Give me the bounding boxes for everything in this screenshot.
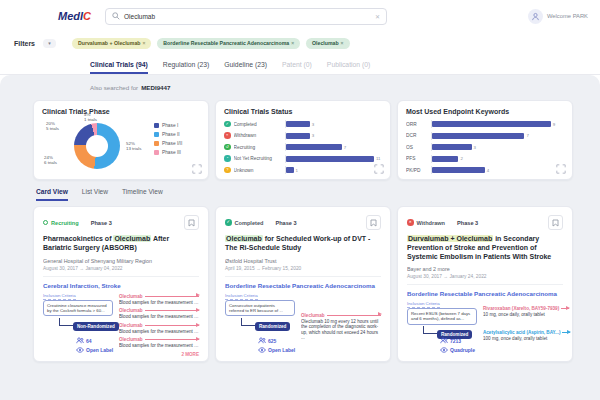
logo[interactable]: MedIC: [58, 10, 91, 22]
enrollment: 625: [258, 337, 276, 344]
tab-guideline[interactable]: Guideline (23): [224, 61, 267, 74]
phase-donut: [74, 123, 120, 169]
arms-list: Rivaroxaban (Xarelto, BAY59-7939)10 mg, …: [483, 301, 563, 353]
filter-chip[interactable]: Durvalumab + Oleclumab×: [72, 38, 151, 49]
donut-legend: Phase IPhase IIPhase I/IIPhase III: [154, 123, 182, 155]
trial-dates: April 19, 2015 → February 15, 2020: [225, 266, 381, 271]
bar-label: OS: [406, 145, 428, 150]
expand-icon[interactable]: [556, 164, 566, 174]
expand-icon[interactable]: [192, 164, 202, 174]
arm-label-row: Oleclumab: [119, 308, 199, 313]
search-input[interactable]: Oleclumab: [124, 13, 371, 20]
bookmark-icon: [552, 219, 559, 227]
filters-label: Filters: [14, 40, 35, 47]
arm-arrow-icon: [145, 310, 200, 311]
legend-item[interactable]: Phase II: [154, 132, 182, 137]
view-tab-timeline-view[interactable]: Timeline View: [122, 188, 163, 201]
masking: Open Label: [76, 347, 113, 353]
filter-chip[interactable]: Borderline Resectable Pancreatic Adenoca…: [157, 38, 300, 49]
filter-chip-label: Durvalumab + Oleclumab: [78, 40, 140, 46]
divider: [407, 284, 563, 285]
arm-text: Blood samples for the measurement of...: [119, 329, 199, 335]
check-icon: ✓: [224, 121, 231, 128]
trial-title[interactable]: Oleclumab for Scheduled Work-up of DVT -…: [225, 235, 381, 253]
tab-regulation[interactable]: Regulation (23): [163, 61, 209, 74]
masking-label: Open Label: [86, 347, 113, 353]
trial-cards-row: RecruitingPhase 3Pharmacokinetics of Ole…: [33, 206, 573, 362]
more-arms-link[interactable]: 2 MORE: [181, 352, 199, 357]
allocation-badge: Non-Randomized: [73, 322, 119, 331]
status-badge: ×Withdrawn: [407, 219, 445, 226]
trial-title[interactable]: Pharmacokinetics of Oleclumab After Bari…: [43, 235, 199, 253]
search-bar[interactable]: Oleclumab ✕: [105, 8, 387, 25]
status-badge: ✓Completed: [225, 219, 263, 226]
search-clear-icon[interactable]: ✕: [375, 13, 380, 20]
trial-card[interactable]: ✓CompletedPhase 3Oleclumab for Scheduled…: [215, 206, 391, 362]
legend-item[interactable]: Phase III: [154, 150, 182, 155]
tab-publication[interactable]: Publication (0): [327, 61, 370, 74]
chip-remove-icon[interactable]: ×: [341, 40, 344, 46]
trial-card[interactable]: RecruitingPhase 3Pharmacokinetics of Ole…: [33, 206, 209, 362]
chart-bar-row: DCR7: [406, 132, 564, 140]
x-icon: ×: [224, 132, 231, 139]
view-tab-card-view[interactable]: Card View: [36, 188, 68, 201]
chart-title: Clinical Trials Phase: [42, 108, 200, 115]
tab-patent[interactable]: Patent (0): [282, 61, 312, 74]
arm-text: Blood samples for the measurement of...: [119, 300, 199, 306]
bookmark-button[interactable]: [548, 215, 563, 230]
bar-value: 9: [553, 122, 555, 127]
bookmark-button[interactable]: [366, 215, 381, 230]
status-icon: ✓: [225, 219, 232, 226]
trial-arm: Rivaroxaban (Xarelto, BAY59-7939)10 mg, …: [483, 306, 563, 318]
trial-title-part: Oleclumab: [225, 235, 263, 242]
allocation-badge: Randomized: [255, 322, 290, 331]
legend-swatch: [154, 123, 159, 128]
legend-swatch: [154, 141, 159, 146]
donut-callout-count: 5 trials: [46, 126, 59, 131]
trial-arm: OleclumabBlood samples for the measureme…: [119, 294, 199, 306]
filter-chip[interactable]: Oleclumab×: [306, 38, 349, 49]
expand-icon[interactable]: [374, 164, 384, 174]
condition-link[interactable]: Borderline Resectable Pancreatic Adenoca…: [225, 282, 381, 289]
trial-diagram: Inclusion CriteriaConsecutive outpatient…: [225, 293, 381, 353]
chart-bar-row: ?Unknown1: [224, 166, 382, 174]
bar-area: 3: [285, 120, 383, 128]
bar-label: PK/PD: [406, 168, 428, 173]
connector-line: [241, 318, 256, 326]
trial-sponsor: General Hospital of Shenyang Military Re…: [43, 258, 199, 264]
trial-card[interactable]: ×WithdrawnPhase 3Durvalumab + Oleclumab …: [397, 206, 573, 362]
bar-value: 7: [526, 133, 528, 138]
divider: [225, 276, 381, 277]
condition-link[interactable]: Borderline Resectable Pancreatic Adenoca…: [407, 290, 563, 297]
inclusion-criteria-label: Inclusion Criteria: [407, 301, 440, 308]
bar-area: 7: [431, 132, 564, 140]
chip-remove-icon[interactable]: ×: [291, 40, 294, 46]
enrollment-count: 7213: [450, 338, 461, 344]
bar-label: Completed: [234, 122, 282, 127]
legend-item[interactable]: Phase I: [154, 123, 182, 128]
arm-arrow-icon: [145, 296, 200, 297]
tab-clinical-trials[interactable]: Clinical Trials (94): [90, 61, 148, 74]
bar-value: 3: [474, 145, 476, 150]
status-bars: ✓Completed3×Withdrawn3↺Recruiting7◔Not Y…: [224, 120, 382, 174]
bookmark-button[interactable]: [184, 215, 199, 230]
inclusion-criteria-box: Consecutive outpatients referred to ER b…: [225, 300, 295, 316]
bar: [432, 144, 472, 150]
donut-callout-count: 1 trials: [84, 117, 97, 122]
filter-bar: Filters ▾ Durvalumab + Oleclumab×Borderl…: [0, 32, 600, 55]
chart-bar-row: ↺Recruiting7: [224, 143, 382, 151]
chart-bar-row: ✓Completed3: [224, 120, 382, 128]
connector-line: [59, 318, 74, 326]
phase-label: Phase 3: [457, 220, 478, 226]
trial-title[interactable]: Durvalumab + Oleclumab in Secondary Prev…: [407, 235, 563, 261]
user-menu[interactable]: Welcome PARK: [528, 9, 588, 24]
bookmark-icon: [188, 219, 195, 227]
people-icon: [440, 337, 448, 344]
also-searched-term[interactable]: MEDI9447: [141, 84, 170, 91]
chip-remove-icon[interactable]: ×: [142, 40, 145, 46]
legend-item[interactable]: Phase I/II: [154, 141, 182, 146]
bar-value: 2: [460, 156, 462, 161]
view-tab-list-view[interactable]: List View: [82, 188, 108, 201]
chevron-down-icon[interactable]: ▾: [43, 39, 56, 48]
condition-link[interactable]: Cerebral Infarction, Stroke: [43, 282, 199, 289]
